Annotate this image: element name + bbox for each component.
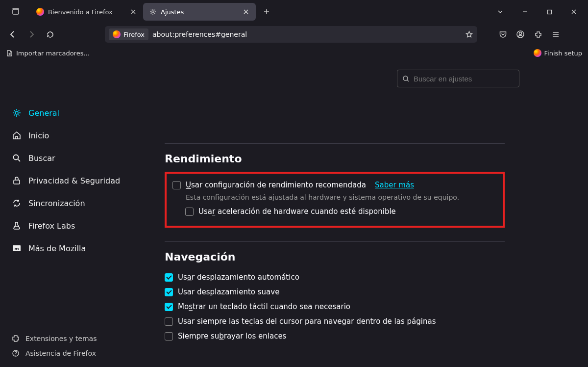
svg-rect-2 bbox=[547, 10, 551, 14]
identity-box[interactable]: Firefox bbox=[109, 28, 148, 40]
maximize-button[interactable] bbox=[538, 4, 561, 20]
lock-icon bbox=[12, 176, 22, 185]
footer-label: Extensiones y temas bbox=[25, 335, 97, 342]
url-bar[interactable]: Firefox about:preferences#general bbox=[105, 26, 477, 43]
performance-highlight: Usar configuración de rendimiento recome… bbox=[165, 172, 505, 228]
svg-point-4 bbox=[519, 32, 522, 35]
toolbar: Firefox about:preferences#general bbox=[0, 24, 588, 45]
checkbox-hw-accel[interactable] bbox=[185, 208, 194, 216]
sync-icon bbox=[12, 198, 22, 208]
section-title-performance: Rendimiento bbox=[165, 153, 505, 165]
settings-search[interactable] bbox=[397, 70, 519, 87]
finish-setup-button[interactable]: Finish setup bbox=[534, 49, 583, 57]
checkbox-label: Usar configuración de rendimiento recome… bbox=[186, 181, 366, 189]
checkbox-label: Siempre subrayar los enlaces bbox=[178, 332, 286, 341]
bookmarks-bar: Importar marcadores... Finish setup bbox=[0, 45, 588, 61]
checkbox-recommended-perf[interactable] bbox=[172, 181, 181, 189]
close-window-button[interactable] bbox=[563, 4, 585, 20]
sidebar: General Inicio Buscar Privacidad & Segur… bbox=[0, 61, 147, 367]
settings-search-input[interactable] bbox=[414, 75, 514, 83]
sidebar-item-search[interactable]: Buscar bbox=[4, 147, 143, 169]
sidebar-item-mozilla[interactable]: m Más de Mozilla bbox=[4, 237, 143, 259]
checkbox-underline-links[interactable] bbox=[165, 332, 173, 341]
flask-icon bbox=[12, 221, 22, 231]
checkbox-autoscroll[interactable] bbox=[165, 273, 173, 282]
pocket-icon[interactable] bbox=[495, 26, 511, 42]
checkbox-label: Usar desplazamiento suave bbox=[178, 288, 279, 296]
home-icon bbox=[12, 131, 22, 140]
sidebar-item-label: Privacidad & Seguridad bbox=[28, 176, 120, 185]
svg-point-1 bbox=[152, 11, 154, 13]
tab-title: Ajustes bbox=[161, 8, 238, 16]
preferences-content: General Inicio Buscar Privacidad & Segur… bbox=[0, 61, 588, 367]
svg-point-5 bbox=[15, 111, 18, 114]
sidebar-item-label: Buscar bbox=[28, 154, 55, 163]
import-bookmarks-label: Importar marcadores... bbox=[16, 50, 90, 57]
sidebar-footer-support[interactable]: Asistencia de Firefox bbox=[12, 349, 135, 357]
svg-rect-0 bbox=[13, 9, 19, 14]
sidebar-item-label: Más de Mozilla bbox=[28, 244, 86, 253]
sidebar-item-privacy[interactable]: Privacidad & Seguridad bbox=[4, 170, 143, 191]
checkbox-touch-keyboard[interactable] bbox=[165, 303, 173, 311]
minimize-button[interactable] bbox=[514, 4, 536, 20]
svg-text:m: m bbox=[14, 246, 19, 251]
tab-title: Bienvenido a Firefox bbox=[48, 8, 125, 16]
gear-icon bbox=[12, 108, 22, 118]
svg-point-11 bbox=[403, 76, 408, 80]
firefox-icon bbox=[113, 30, 121, 38]
checkbox-label: Usar aceleración de hardware cuando esté… bbox=[198, 207, 396, 216]
perf-description: Esta configuración está ajustada al hard… bbox=[186, 193, 497, 201]
account-icon[interactable] bbox=[513, 26, 528, 42]
tab-welcome[interactable]: Bienvenido a Firefox bbox=[30, 3, 143, 21]
checkbox-label: Usar desplazamiento automático bbox=[178, 273, 299, 282]
main-panel: Rendimiento Usar configuración de rendim… bbox=[147, 61, 588, 367]
sidebar-item-label: Sincronización bbox=[28, 199, 85, 208]
sidebar-item-label: General bbox=[28, 108, 59, 118]
checkbox-smooth-scroll[interactable] bbox=[165, 288, 173, 296]
extensions-icon[interactable] bbox=[530, 26, 546, 42]
sidebar-item-labs[interactable]: Firefox Labs bbox=[4, 215, 143, 236]
back-button[interactable] bbox=[5, 26, 21, 42]
sidebar-footer-extensions[interactable]: Extensiones y temas bbox=[12, 335, 135, 342]
import-bookmarks-button[interactable]: Importar marcadores... bbox=[6, 50, 90, 57]
tab-settings[interactable]: Ajustes bbox=[143, 3, 256, 21]
firefox-icon bbox=[534, 49, 541, 57]
footer-label: Asistencia de Firefox bbox=[25, 349, 96, 357]
sidebar-item-label: Inicio bbox=[28, 131, 49, 140]
sidebar-item-home[interactable]: Inicio bbox=[4, 125, 143, 146]
gear-icon bbox=[149, 8, 157, 16]
search-icon bbox=[12, 153, 22, 163]
checkbox-label: Usar siempre las teclas del cursor para … bbox=[178, 317, 436, 326]
forward-button[interactable] bbox=[24, 26, 39, 42]
new-tab-button[interactable] bbox=[259, 4, 274, 20]
close-icon[interactable] bbox=[242, 8, 250, 16]
learn-more-link[interactable]: Saber más bbox=[375, 181, 414, 189]
all-tabs-button[interactable] bbox=[6, 4, 25, 20]
firefox-icon bbox=[36, 8, 44, 16]
sidebar-item-label: Firefox Labs bbox=[28, 221, 75, 231]
checkbox-caret-browsing[interactable] bbox=[165, 317, 173, 326]
section-title-browsing: Navegación bbox=[165, 251, 505, 263]
finish-setup-label: Finish setup bbox=[544, 50, 583, 57]
sidebar-item-general[interactable]: General bbox=[4, 102, 143, 124]
menu-icon[interactable] bbox=[548, 26, 564, 42]
sidebar-item-sync[interactable]: Sincronización bbox=[4, 192, 143, 214]
identity-label: Firefox bbox=[123, 31, 145, 38]
svg-point-6 bbox=[14, 155, 19, 160]
url-text: about:preferences#general bbox=[152, 30, 461, 38]
reload-button[interactable] bbox=[42, 26, 58, 42]
checkbox-label: Mostrar un teclado táctil cuando sea nec… bbox=[178, 302, 350, 311]
tabs-dropdown-button[interactable] bbox=[489, 4, 512, 20]
bookmark-star-icon[interactable] bbox=[465, 30, 473, 39]
titlebar: Bienvenido a Firefox Ajustes bbox=[0, 0, 588, 24]
close-icon[interactable] bbox=[129, 8, 137, 16]
svg-rect-7 bbox=[14, 180, 20, 184]
mozilla-icon: m bbox=[12, 243, 22, 253]
